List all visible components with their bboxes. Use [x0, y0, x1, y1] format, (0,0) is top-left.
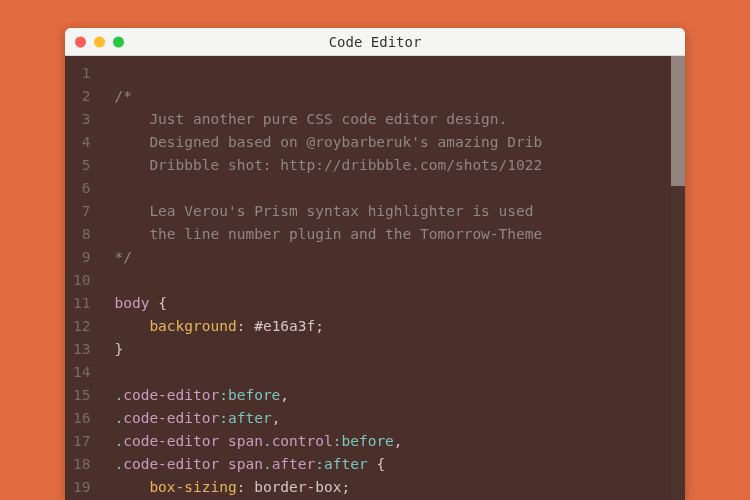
- token-dot: .: [263, 456, 272, 472]
- line-number: 4: [73, 131, 90, 154]
- line-number-gutter: 12345678910111213141516171819: [65, 56, 100, 500]
- token-dot: .: [114, 456, 123, 472]
- code-line[interactable]: Dribbble shot: http://dribbble.com/shots…: [114, 154, 685, 177]
- code-line[interactable]: body {: [114, 292, 685, 315]
- line-number: 17: [73, 430, 90, 453]
- line-number: 12: [73, 315, 90, 338]
- line-number: 8: [73, 223, 90, 246]
- code-line[interactable]: [114, 62, 685, 85]
- line-number: 11: [73, 292, 90, 315]
- close-icon[interactable]: [75, 36, 86, 47]
- line-number: 2: [73, 85, 90, 108]
- code-line[interactable]: /*: [114, 85, 685, 108]
- token-dot: .: [114, 410, 123, 426]
- line-number: 3: [73, 108, 90, 131]
- code-line[interactable]: .code-editor:before,: [114, 384, 685, 407]
- code-line[interactable]: [114, 269, 685, 292]
- code-line[interactable]: .code-editor:after,: [114, 407, 685, 430]
- code-line[interactable]: Just another pure CSS code editor design…: [114, 108, 685, 131]
- code-line[interactable]: .code-editor span.control:before,: [114, 430, 685, 453]
- token-punct: ;: [341, 479, 350, 495]
- token-brace: {: [158, 295, 167, 311]
- token-punct: ;: [315, 318, 324, 334]
- token-punct: [114, 479, 149, 495]
- token-punct: :: [237, 479, 254, 495]
- token-pseudo: :after: [315, 456, 367, 472]
- scroll-thumb[interactable]: [671, 56, 685, 186]
- token-comment: /*: [114, 88, 131, 104]
- token-property: background: [149, 318, 236, 334]
- line-number: 6: [73, 177, 90, 200]
- token-dot: .: [114, 387, 123, 403]
- token-value: #e16a3f: [254, 318, 315, 334]
- token-punct: :: [237, 318, 254, 334]
- code-line[interactable]: [114, 177, 685, 200]
- token-selector: body: [114, 295, 158, 311]
- token-class: code-editor: [123, 410, 219, 426]
- token-punct: ,: [394, 433, 403, 449]
- token-comment: the line number plugin and the Tomorrow-…: [114, 226, 542, 242]
- line-number: 13: [73, 338, 90, 361]
- line-number: 10: [73, 269, 90, 292]
- window-controls: [75, 36, 124, 47]
- code-line[interactable]: */: [114, 246, 685, 269]
- token-comment: Lea Verou's Prism syntax highlighter is …: [114, 203, 533, 219]
- token-brace: }: [114, 341, 123, 357]
- minimize-icon[interactable]: [94, 36, 105, 47]
- line-number: 16: [73, 407, 90, 430]
- token-pseudo: :after: [219, 410, 271, 426]
- code-content[interactable]: /* Just another pure CSS code editor des…: [100, 56, 685, 500]
- token-comment: */: [114, 249, 131, 265]
- code-line[interactable]: [114, 361, 685, 384]
- line-number: 1: [73, 62, 90, 85]
- token-class: code-editor: [123, 387, 219, 403]
- line-number: 9: [73, 246, 90, 269]
- code-line[interactable]: the line number plugin and the Tomorrow-…: [114, 223, 685, 246]
- line-number: 5: [73, 154, 90, 177]
- token-value: border-box: [254, 479, 341, 495]
- token-comment: Designed based on @roybarberuk's amazing…: [114, 134, 542, 150]
- editor-area[interactable]: 12345678910111213141516171819 /* Just an…: [65, 56, 685, 500]
- code-line[interactable]: box-sizing: border-box;: [114, 476, 685, 499]
- vertical-scrollbar[interactable]: [671, 56, 685, 500]
- token-class: code-editor: [123, 456, 228, 472]
- window-title: Code Editor: [329, 34, 422, 50]
- line-number: 15: [73, 384, 90, 407]
- code-line[interactable]: Lea Verou's Prism syntax highlighter is …: [114, 200, 685, 223]
- line-number: 18: [73, 453, 90, 476]
- token-class: control: [272, 433, 333, 449]
- line-number: 14: [73, 361, 90, 384]
- token-dot: .: [114, 433, 123, 449]
- token-punct: [114, 318, 149, 334]
- token-property: box-sizing: [149, 479, 236, 495]
- token-punct: ,: [272, 410, 281, 426]
- token-brace: {: [368, 456, 385, 472]
- line-number: 7: [73, 200, 90, 223]
- token-selector: span: [228, 433, 263, 449]
- code-line[interactable]: Designed based on @roybarberuk's amazing…: [114, 131, 685, 154]
- token-class: after: [272, 456, 316, 472]
- line-number: 19: [73, 476, 90, 499]
- code-line[interactable]: }: [114, 338, 685, 361]
- editor-window: Code Editor 1234567891011121314151617181…: [65, 28, 685, 500]
- code-line[interactable]: .code-editor span.after:after {: [114, 453, 685, 476]
- token-comment: Dribbble shot: http://dribbble.com/shots…: [114, 157, 542, 173]
- token-class: code-editor: [123, 433, 228, 449]
- token-pseudo: :before: [219, 387, 280, 403]
- token-punct: ,: [280, 387, 289, 403]
- titlebar: Code Editor: [65, 28, 685, 56]
- token-pseudo: :before: [333, 433, 394, 449]
- token-dot: .: [263, 433, 272, 449]
- token-selector: span: [228, 456, 263, 472]
- code-line[interactable]: background: #e16a3f;: [114, 315, 685, 338]
- zoom-icon[interactable]: [113, 36, 124, 47]
- token-comment: Just another pure CSS code editor design…: [114, 111, 507, 127]
